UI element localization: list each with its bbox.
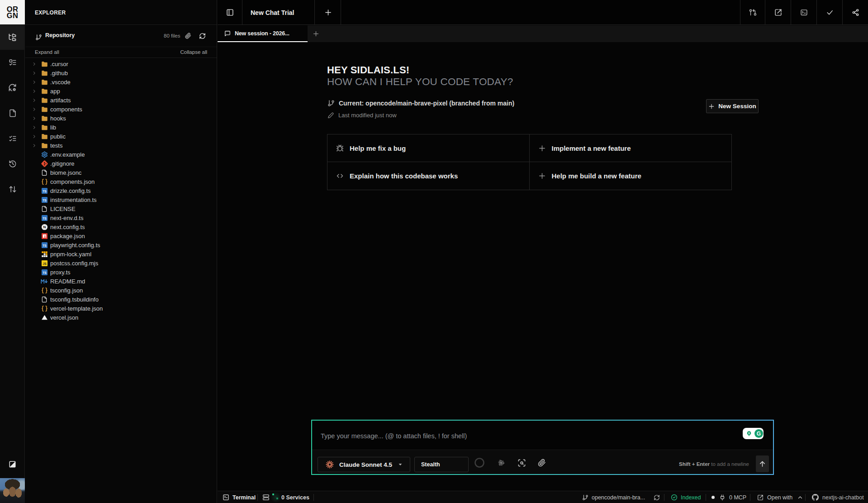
svg-text:TS: TS <box>43 198 47 201</box>
svg-text:JS: JS <box>43 262 47 265</box>
svg-text:TS: TS <box>43 244 47 247</box>
svg-text:TS: TS <box>43 189 47 192</box>
svg-text:TS: TS <box>43 216 47 220</box>
svg-text:N: N <box>43 225 46 229</box>
svg-text:TS: TS <box>43 271 47 274</box>
